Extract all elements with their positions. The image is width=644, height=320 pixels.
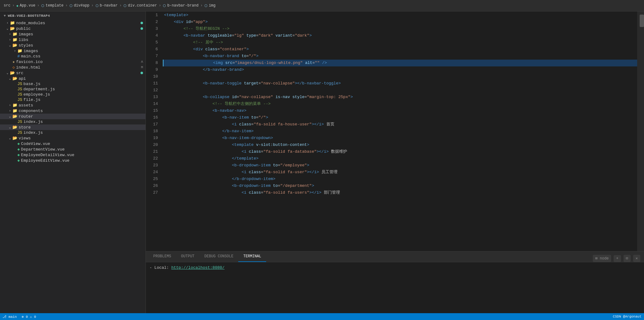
sidebar-item-api[interactable]: ⌄ 📂 api [0,76,145,81]
sidebar-item-label: node_modules [16,21,141,25]
vue-file-icon: ◆ [17,147,20,152]
sidebar-item-label: department.js [24,87,145,92]
folder-icon: 📁 [12,103,17,108]
code-line: <i class="fa-solid fa-user"></i> 员工管理 [163,169,637,176]
js-file-icon: JS [17,82,22,86]
bc-src: src [4,3,11,8]
sidebar-item-label: index.js [24,130,145,135]
code-line: <b-navbar-brand to="/"> [163,53,637,60]
sidebar-item-router-index[interactable]: › JS index.js [0,119,145,124]
sidebar-item-label: file.js [24,97,145,102]
scroll-thumb[interactable] [640,15,644,27]
div-icon5: ⬡ [163,4,166,8]
sidebar-item-empedit[interactable]: › ◆ EmployeeEditView.vue [0,158,145,163]
sidebar-item-label: EmployeeDetailView.vue [21,153,145,157]
code-line: <b-navbar-toggle target="nav-collapse"><… [163,80,637,87]
code-line: <b-nav-item to="/"> [163,114,637,121]
tab-output[interactable]: OUTPUT [176,251,199,262]
git-branch[interactable]: ⎇ main [2,315,17,319]
scrollbar[interactable] [640,11,644,251]
chevron-down-icon: ⌄ [7,43,12,47]
sidebar-item-emp-js[interactable]: › JS employee.js [0,92,145,97]
sidebar-item-label: images [24,49,145,53]
sidebar-item-label: employee.js [24,92,145,97]
sidebar-item-label: index.html [16,65,141,70]
tab-debug-console[interactable]: DEBUG CONSOLE [199,251,239,262]
chevron-down-icon: ⌄ [7,77,12,80]
sidebar-item-src[interactable]: ⌄ 📂 src [0,70,145,76]
chevron-down-icon: ⌄ [5,71,10,75]
chevron-right-icon: › [5,21,10,25]
code-line: <!-- 居中 --> [163,39,637,46]
js-file-icon: JS [17,92,22,97]
sidebar-item-label: components [19,109,145,113]
bc-template: ⬡ template [41,3,64,8]
add-terminal-button[interactable]: + [614,255,621,262]
line-numbers: 12345 678910 1112131415 1617181920 21222… [146,11,163,251]
status-dot [141,22,143,24]
sidebar-item-file-js[interactable]: › JS file.js [0,97,145,102]
tab-terminal[interactable]: TERMINAL [238,251,266,262]
split-terminal-button[interactable]: ⊡ [624,255,631,262]
sidebar-item-styles-images[interactable]: › 📁 images [0,48,145,54]
code-line: <template v-slot:button-content> [163,142,637,148]
sidebar-item-label: favicon.ico [16,60,141,64]
sidebar-item-index-html[interactable]: › ◇ index.html M [0,65,145,70]
chevron-right-icon: › [12,49,17,53]
code-line: <b-collapse id="nav-collapse" is-nav sty… [163,94,637,101]
code-line: <b-dropdown-item to="/department"> [163,183,637,189]
js-file-icon: JS [17,119,22,124]
sidebar-item-node-modules[interactable]: › 📁 node_modules [0,20,145,26]
sidebar-item-store[interactable]: ⌄ 📂 store [0,124,145,130]
errors-count[interactable]: ⊗ 0 ⚠ 0 [22,315,36,319]
sidebar-item-base-js[interactable]: › JS base.js [0,81,145,87]
sidebar-item-label: assets [19,103,145,108]
sidebar-item-assets[interactable]: › 📁 assets [0,102,145,108]
vue-file-icon: ◆ [17,141,20,146]
code-editor[interactable]: <template> <div id="app"> <!-- 导航栏BEGIN … [163,11,637,251]
sidebar-item-views[interactable]: ⌄ 📂 views [0,135,145,141]
sidebar-item-codeview[interactable]: › ◆ CodeView.vue [0,141,145,146]
sidebar-item-store-index[interactable]: › JS index.js [0,130,145,135]
sidebar-item-label: CodeView.vue [21,142,145,146]
chevron-down-icon: ⌄ [7,136,12,140]
folder-open-icon: 📂 [10,26,15,31]
chevron-down-icon: ▼ [4,14,6,18]
sidebar-item-public[interactable]: ⌄ 📂 public [0,26,145,31]
code-line: </b-navbar-brand> [163,66,637,73]
sidebar-item-label: src [16,71,141,75]
code-line: <b-dropdown-item to="/employee"> [163,162,637,169]
sidebar-item-label: libs [19,38,145,42]
sidebar-item-label: DepartmentView.vue [21,147,145,152]
status-dot [141,27,143,30]
sidebar-item-router[interactable]: ⌄ 📂 router [0,114,145,119]
tab-problems[interactable]: PROBLEMS [148,251,176,262]
sidebar-item-main-css[interactable]: › # main.css [0,54,145,59]
code-line: </b-nav-item> [163,128,637,135]
div-icon2: ⬡ [69,4,73,8]
close-panel-button[interactable]: ✕ [633,255,640,262]
vue-file-icon: ◆ [17,152,20,157]
code-line: <!-- 导航栏BEGIN --> [163,25,637,32]
sidebar-item-styles[interactable]: ⌄ 📂 styles [0,43,145,48]
sidebar-item-empdetail[interactable]: › ◆ EmployeeDetailView.vue [0,152,145,158]
sidebar-item-dept-js[interactable]: › JS department.js [0,87,145,92]
editor-area: 12345 678910 1112131415 1617181920 21222… [146,11,644,313]
bc-appvue: ◆ App.vue [16,3,35,8]
status-dot [141,72,143,74]
sidebar-item-libs[interactable]: › 📁 libs [0,37,145,43]
sidebar-item-components[interactable]: › 📁 components [0,108,145,114]
bc-divapp: ⬡ div#app [69,3,89,8]
localhost-link[interactable]: http://localhost:8080/ [171,265,225,270]
sidebar-item-favicon[interactable]: › ★ favicon.ico A [0,59,145,65]
code-line-current: <img src="images/dnui-logo-white.png" al… [163,60,637,66]
sidebar-item-label: router [19,114,145,119]
sidebar-item-deptview[interactable]: › ◆ DepartmentView.vue [0,146,145,152]
sidebar-item-label: api [19,76,145,81]
folder-icon: 📁 [12,108,17,113]
node-terminal-button[interactable]: ⊞ node [593,255,611,262]
folder-icon: 📁 [12,37,17,42]
folder-open-icon: 📂 [12,76,17,81]
sidebar-item-images[interactable]: › 📁 images [0,31,145,37]
status-bar-left: ⎇ main ⊗ 0 ⚠ 0 [2,315,36,319]
